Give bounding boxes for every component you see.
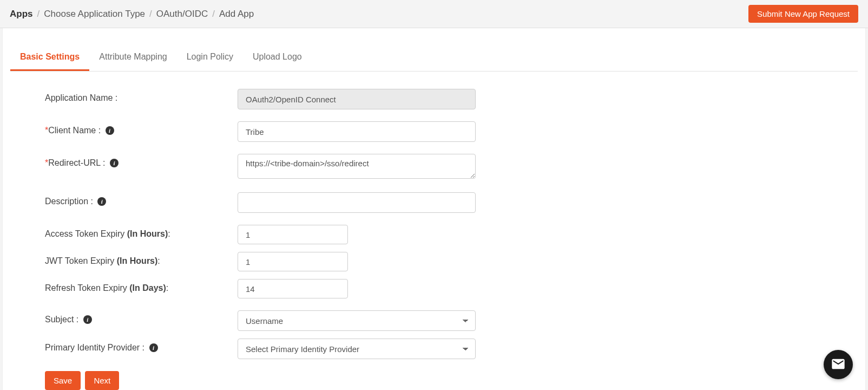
info-icon[interactable]: i bbox=[106, 126, 114, 135]
tab-attribute-mapping[interactable]: Attribute Mapping bbox=[89, 47, 176, 71]
label-access-token-expiry: Access Token Expiry (In Hours): bbox=[45, 225, 238, 239]
info-icon[interactable]: i bbox=[110, 159, 119, 167]
breadcrumb-choose-type[interactable]: Choose Application Type bbox=[44, 9, 145, 20]
subject-select[interactable]: Username bbox=[238, 310, 476, 331]
refresh-token-expiry-input[interactable] bbox=[238, 279, 348, 298]
breadcrumb-sep: / bbox=[212, 9, 215, 20]
tab-login-policy[interactable]: Login Policy bbox=[177, 47, 243, 71]
redirect-url-input[interactable]: https://<tribe-domain>/sso/redirect bbox=[238, 154, 476, 179]
breadcrumb: Apps / Choose Application Type / OAuth/O… bbox=[10, 9, 254, 20]
label-application-name: Application Name : bbox=[45, 89, 238, 103]
label-jwt-token-expiry: JWT Token Expiry (In Hours): bbox=[45, 252, 238, 266]
jwt-token-expiry-input[interactable] bbox=[238, 252, 348, 271]
chat-widget-button[interactable] bbox=[824, 350, 853, 379]
primary-idp-select[interactable]: Select Primary Identity Provider bbox=[238, 339, 476, 359]
label-subject: Subject : i bbox=[45, 310, 238, 324]
info-icon[interactable]: i bbox=[97, 197, 106, 206]
breadcrumb-sep: / bbox=[37, 9, 40, 20]
label-refresh-token-expiry: Refresh Token Expiry (In Days): bbox=[45, 279, 238, 293]
label-redirect-url: *Redirect-URL : i bbox=[45, 154, 238, 168]
mail-icon bbox=[831, 356, 846, 373]
label-description: Description : i bbox=[45, 192, 238, 206]
breadcrumb-sep: / bbox=[149, 9, 152, 20]
save-button[interactable]: Save bbox=[45, 371, 81, 390]
info-icon[interactable]: i bbox=[149, 343, 158, 352]
access-token-expiry-input[interactable] bbox=[238, 225, 348, 244]
description-input[interactable] bbox=[238, 192, 476, 213]
breadcrumb-apps[interactable]: Apps bbox=[10, 9, 33, 20]
tabs: Basic Settings Attribute Mapping Login P… bbox=[10, 28, 858, 72]
client-name-input[interactable] bbox=[238, 121, 476, 142]
breadcrumb-oauth[interactable]: OAuth/OIDC bbox=[156, 9, 208, 20]
tab-upload-logo[interactable]: Upload Logo bbox=[243, 47, 312, 71]
application-name-input bbox=[238, 89, 476, 109]
submit-new-app-request-button[interactable]: Submit New App Request bbox=[748, 5, 858, 23]
breadcrumb-add-app: Add App bbox=[219, 9, 254, 20]
info-icon[interactable]: i bbox=[83, 315, 92, 324]
label-client-name: *Client Name : i bbox=[45, 121, 238, 135]
next-button[interactable]: Next bbox=[85, 371, 119, 390]
tab-basic-settings[interactable]: Basic Settings bbox=[10, 47, 89, 71]
label-primary-idp: Primary Identity Provider : i bbox=[45, 339, 238, 353]
